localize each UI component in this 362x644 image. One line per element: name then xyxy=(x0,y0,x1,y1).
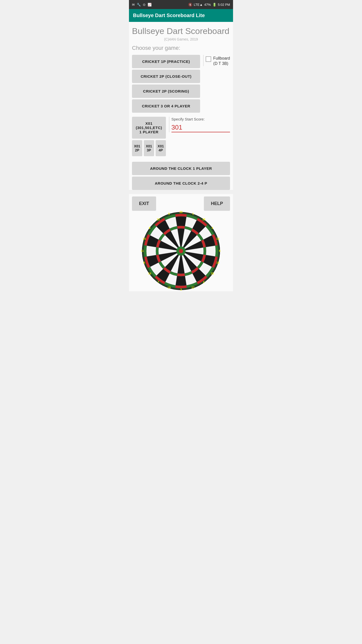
battery-percent: 47% xyxy=(204,3,211,7)
status-bar: ✉ 🔧 ⊙ 📈 🔇 LTE▲ 47% 🔋 5:02 PM xyxy=(129,0,233,9)
svg-text:6: 6 xyxy=(219,249,220,252)
svg-text:14: 14 xyxy=(143,237,146,240)
dartboard-container: // This will be done via the JS below xyxy=(141,211,221,291)
x01-multiplayer-row: X01 2P X01 3P X01 4P xyxy=(132,140,166,156)
svg-text:10: 10 xyxy=(216,261,219,264)
download-icon: ⊙ xyxy=(143,3,146,7)
app-bar: Bullseye Dart Scoreboard Lite xyxy=(129,9,233,22)
svg-text:15: 15 xyxy=(211,272,214,275)
score-input[interactable] xyxy=(171,123,230,132)
app-bar-title: Bullseye Dart Scoreboard Lite xyxy=(133,13,229,18)
atc-section: AROUND THE CLOCK 1 PLAYER AROUND THE CLO… xyxy=(132,162,230,190)
atc-2-4p-button[interactable]: AROUND THE CLOCK 2-4 P xyxy=(132,177,230,190)
mute-icon: 🔇 xyxy=(188,3,192,7)
page-title: Bullseye Dart Scoreboard xyxy=(132,26,230,36)
status-left-icons: ✉ 🔧 ⊙ 📈 xyxy=(132,3,152,7)
svg-text:19: 19 xyxy=(167,286,170,289)
fullboard-checkbox[interactable] xyxy=(206,56,211,62)
x01-1p-button[interactable]: X01 (301,501,ETC) 1 PLAYER xyxy=(132,117,166,139)
help-button[interactable]: HELP xyxy=(204,196,230,211)
x01-buttons: X01 (301,501,ETC) 1 PLAYER X01 2P X01 3P… xyxy=(132,117,166,156)
svg-text:2: 2 xyxy=(203,280,204,284)
svg-text:11: 11 xyxy=(141,249,144,252)
svg-point-7 xyxy=(179,249,183,253)
x01-2p-button[interactable]: X01 2P xyxy=(132,140,142,156)
cricket-2p-closeout-button[interactable]: CRICKET 2P (CLOSE-OUT) xyxy=(132,70,200,83)
cricket-section: CRICKET 1P (PRACTICE) CRICKET 2P (CLOSE-… xyxy=(132,55,230,113)
svg-text:3: 3 xyxy=(180,288,182,291)
bottom-bar: EXIT HELP xyxy=(129,194,233,213)
x01-section: X01 (301,501,ETC) 1 PLAYER X01 2P X01 3P… xyxy=(132,117,230,156)
copyright: (C)4AN Games, 2019 xyxy=(132,37,230,41)
svg-text:13: 13 xyxy=(216,237,219,240)
score-label: Specify Start Score: xyxy=(171,117,230,122)
fullboard-control: Fullboard(D T 3B) xyxy=(206,56,230,66)
svg-text:8: 8 xyxy=(143,261,145,264)
choose-game-label: Choose your game: xyxy=(132,45,230,51)
svg-text:17: 17 xyxy=(191,286,194,289)
lte-signal: LTE▲ xyxy=(194,3,203,7)
score-area: Specify Start Score: xyxy=(169,117,230,133)
atc-1p-button[interactable]: AROUND THE CLOCK 1 PLAYER xyxy=(132,162,230,175)
cricket-buttons: CRICKET 1P (PRACTICE) CRICKET 2P (CLOSE-… xyxy=(132,55,200,113)
exit-button[interactable]: EXIT xyxy=(132,196,156,211)
svg-text:20: 20 xyxy=(179,211,183,214)
svg-text:1: 1 xyxy=(192,212,194,215)
x01-3p-button[interactable]: X01 3P xyxy=(144,140,154,156)
svg-text:9: 9 xyxy=(149,226,150,229)
svg-text:12: 12 xyxy=(157,218,160,221)
chart-icon: 📈 xyxy=(148,3,152,7)
svg-text:4: 4 xyxy=(212,226,213,229)
status-right: 🔇 LTE▲ 47% 🔋 5:02 PM xyxy=(188,3,230,7)
cricket-1p-button[interactable]: CRICKET 1P (PRACTICE) xyxy=(132,55,200,68)
cricket-3-4-button[interactable]: CRICKET 3 OR 4 PLAYER xyxy=(132,99,200,113)
fullboard-area: Fullboard(D T 3B) xyxy=(203,55,230,66)
time-display: 5:02 PM xyxy=(218,3,230,7)
cricket-2p-scoring-button[interactable]: CRICKET 2P (SCORING) xyxy=(132,85,200,98)
main-content: Bullseye Dart Scoreboard (C)4AN Games, 2… xyxy=(129,22,233,190)
wrench-icon: 🔧 xyxy=(137,3,141,7)
fullboard-label: Fullboard(D T 3B) xyxy=(213,56,230,66)
email-icon: ✉ xyxy=(132,3,135,7)
battery-icon: 🔋 xyxy=(212,3,216,7)
dartboard-wrapper: // This will be done via the JS below xyxy=(129,213,233,291)
dartboard-svg: // This will be done via the JS below xyxy=(141,211,221,291)
svg-text:18: 18 xyxy=(202,218,205,221)
svg-text:7: 7 xyxy=(157,280,159,284)
svg-text:16: 16 xyxy=(148,272,151,275)
x01-4p-button[interactable]: X01 4P xyxy=(156,140,166,156)
svg-text:5: 5 xyxy=(168,212,170,215)
